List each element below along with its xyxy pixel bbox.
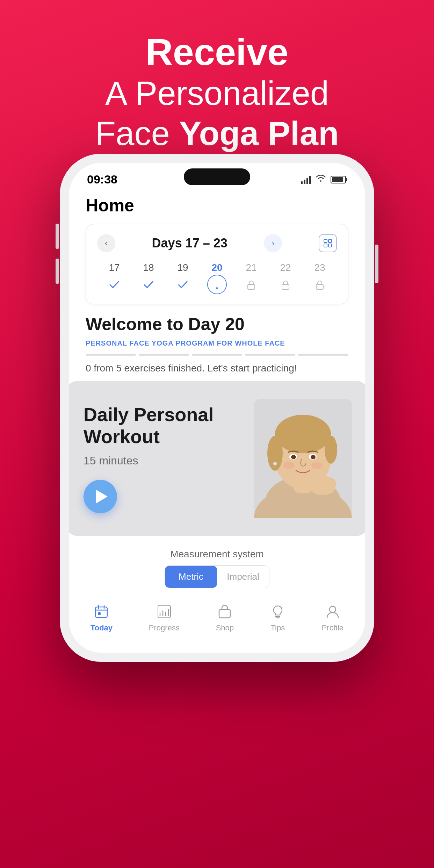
calendar-header: ‹ Days 17 – 23 › — [97, 234, 337, 252]
nav-item-today[interactable]: Today — [85, 601, 118, 635]
app-content: Home ‹ Days 17 – 23 › — [69, 190, 365, 381]
progress-bar-1 — [86, 354, 136, 356]
hero-subtitle-1: A Personalized — [0, 73, 434, 113]
phone-container: 09:38 — [60, 154, 374, 662]
workout-title: Daily Personal Workout — [84, 404, 254, 447]
calendar-range: Days 17 – 23 — [152, 236, 227, 251]
metric-option[interactable]: Metric — [165, 566, 217, 588]
day-indicator-23 — [311, 276, 328, 294]
nav-item-progress[interactable]: Progress — [143, 601, 185, 635]
welcome-title: Welcome to Day 20 — [86, 314, 348, 334]
nav-label-profile: Profile — [322, 623, 343, 632]
status-bar: 09:38 — [69, 163, 365, 190]
day-num-23: 23 — [314, 262, 325, 273]
calendar-day-19[interactable]: 19 — [166, 262, 200, 294]
profile-icon — [325, 604, 340, 621]
svg-rect-23 — [95, 607, 107, 617]
play-icon — [96, 490, 108, 504]
calendar-days: 17 18 — [97, 262, 337, 294]
play-button[interactable] — [84, 480, 117, 513]
measurement-section: Measurement system Metric Imperial — [69, 536, 365, 594]
phone-outer: 09:38 — [60, 154, 374, 662]
hero-section: Receive A Personalized Face Yoga Plan — [0, 0, 434, 171]
nav-label-today: Today — [91, 623, 113, 632]
signal-icon — [301, 175, 311, 184]
bottom-nav: Today Progress — [69, 594, 365, 653]
nav-item-shop[interactable]: Shop — [210, 601, 239, 635]
welcome-section: Welcome to Day 20 PERSONAL FACE YOGA PRO… — [86, 314, 348, 381]
svg-rect-0 — [324, 239, 327, 243]
volume-up-button[interactable] — [56, 224, 59, 249]
day-indicator-20: • — [207, 275, 227, 294]
wifi-icon — [315, 174, 326, 185]
phone-inner: 09:38 — [69, 163, 365, 653]
day-num-19: 19 — [177, 262, 188, 273]
today-icon — [94, 604, 109, 621]
svg-rect-26 — [219, 609, 230, 618]
svg-point-17 — [291, 455, 296, 459]
svg-rect-24 — [98, 612, 101, 615]
day-indicator-18 — [140, 276, 157, 294]
imperial-option[interactable]: Imperial — [217, 566, 269, 588]
svg-point-21 — [283, 462, 295, 469]
calendar-day-17[interactable]: 17 — [97, 262, 131, 294]
workout-info: Daily Personal Workout 15 minutes — [84, 404, 254, 513]
status-time: 09:38 — [87, 173, 117, 186]
calendar-day-18[interactable]: 18 — [131, 262, 166, 294]
dynamic-island — [184, 168, 250, 185]
hero-face-text: Face — [95, 115, 179, 152]
svg-rect-6 — [316, 284, 323, 289]
workout-image — [254, 399, 352, 518]
workout-card: Daily Personal Workout 15 minutes — [69, 381, 365, 536]
home-title: Home — [86, 190, 348, 224]
day-num-17: 17 — [109, 262, 120, 273]
svg-rect-4 — [248, 284, 255, 289]
day-num-18: 18 — [143, 262, 154, 273]
svg-rect-5 — [282, 284, 289, 289]
day-indicator-21 — [243, 276, 260, 294]
workout-duration: 15 minutes — [84, 454, 254, 467]
calendar-day-22: 22 — [268, 262, 303, 294]
power-button[interactable] — [375, 245, 378, 283]
tips-icon — [270, 604, 285, 621]
nav-item-tips[interactable]: Tips — [265, 601, 291, 635]
status-icons — [301, 174, 347, 185]
svg-point-14 — [325, 436, 337, 464]
calendar-day-23: 23 — [303, 262, 337, 294]
svg-point-12 — [275, 415, 331, 453]
day-num-20: 20 — [211, 262, 222, 273]
nav-label-shop: Shop — [216, 623, 234, 632]
day-num-21: 21 — [246, 262, 256, 273]
shop-icon — [217, 604, 232, 621]
exercise-count: 0 from 5 exercises finished. Let's start… — [86, 363, 348, 374]
cal-prev-button[interactable]: ‹ — [97, 234, 115, 252]
nav-label-progress: Progress — [149, 623, 180, 632]
workout-title-line1: Daily Personal — [84, 404, 214, 425]
measurement-toggle[interactable]: Metric Imperial — [165, 565, 269, 588]
progress-bar-2 — [139, 354, 189, 356]
workout-title-line2: Workout — [84, 426, 160, 447]
day-indicator-19 — [174, 276, 191, 294]
hero-title-receive: Receive — [0, 31, 434, 73]
svg-rect-2 — [324, 244, 327, 247]
calendar-day-21: 21 — [234, 262, 268, 294]
calendar-grid-button[interactable] — [319, 234, 337, 252]
svg-rect-1 — [328, 239, 332, 243]
progress-bar-4 — [245, 354, 295, 356]
nav-label-tips: Tips — [271, 623, 285, 632]
hero-yoga-text: Yoga Plan — [179, 115, 339, 152]
day-indicator-22 — [277, 276, 294, 294]
svg-point-27 — [330, 606, 336, 613]
calendar-widget: ‹ Days 17 – 23 › — [86, 224, 348, 304]
svg-point-18 — [311, 455, 316, 459]
progress-icon — [157, 604, 172, 621]
hero-subtitle-2: Face Yoga Plan — [0, 113, 434, 153]
cal-next-button[interactable]: › — [264, 234, 282, 252]
day-num-22: 22 — [280, 262, 291, 273]
volume-down-button[interactable] — [56, 259, 59, 284]
calendar-day-20[interactable]: 20 • — [200, 262, 234, 294]
measurement-label: Measurement system — [86, 549, 348, 560]
nav-item-profile[interactable]: Profile — [316, 601, 349, 635]
svg-point-20 — [273, 462, 277, 465]
svg-rect-3 — [328, 244, 332, 247]
